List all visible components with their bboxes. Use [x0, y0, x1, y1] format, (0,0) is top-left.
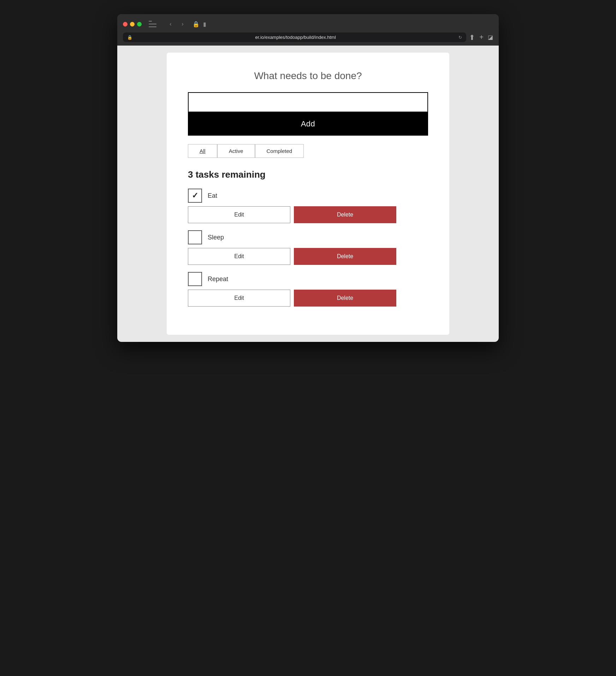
todo-label-repeat: Repeat — [208, 275, 228, 283]
filter-completed-button[interactable]: Completed — [255, 144, 304, 158]
todo-actions-repeat: Edit Delete — [188, 290, 428, 307]
sidebar-toggle[interactable] — [149, 21, 156, 27]
todo-label-sleep: Sleep — [208, 234, 224, 241]
filter-buttons: All Active Completed — [188, 144, 428, 158]
address-bar-row: 🔒 er.io/examples/todoapp/build/index.htm… — [123, 32, 493, 46]
todo-input[interactable] — [188, 92, 428, 112]
toolbar-actions: ⬆ + ◪ — [469, 33, 493, 42]
title-bar: ‹ › 🔒 ▮ — [123, 19, 493, 29]
todo-item: ✓ Eat Edit Delete — [188, 189, 428, 223]
todo-label-eat: Eat — [208, 192, 217, 200]
reload-icon[interactable]: ↻ — [458, 35, 462, 40]
filter-all-button[interactable]: All — [188, 144, 217, 158]
browser-window: ‹ › 🔒 ▮ 🔒 er.io/examples/todoapp/build/i… — [117, 14, 499, 342]
share-icon[interactable]: ⬆ — [469, 33, 475, 42]
maximize-button[interactable] — [137, 22, 142, 26]
todo-actions-sleep: Edit Delete — [188, 248, 428, 265]
todo-checkbox-repeat[interactable] — [188, 272, 202, 286]
shield-icon: ▮ — [203, 21, 206, 28]
address-bar[interactable]: 🔒 er.io/examples/todoapp/build/index.htm… — [123, 32, 466, 42]
minimize-button[interactable] — [130, 22, 135, 26]
add-button[interactable]: Add — [188, 112, 428, 136]
delete-button-eat[interactable]: Delete — [294, 206, 396, 223]
traffic-lights — [123, 22, 142, 26]
browser-content: What needs to be done? Add All Active Co… — [117, 46, 499, 342]
close-button[interactable] — [123, 22, 128, 26]
tabs-overview-icon[interactable]: ◪ — [488, 34, 493, 41]
todo-actions-eat: Edit Delete — [188, 206, 428, 223]
lock-security-icon: 🔒 — [192, 21, 200, 28]
todo-checkbox-eat[interactable]: ✓ — [188, 189, 202, 203]
delete-button-sleep[interactable]: Delete — [294, 248, 396, 265]
app-title: What needs to be done? — [188, 70, 428, 82]
edit-button-eat[interactable]: Edit — [188, 206, 290, 223]
new-tab-icon[interactable]: + — [479, 33, 484, 41]
todo-checkbox-sleep[interactable] — [188, 230, 202, 244]
app-container: What needs to be done? Add All Active Co… — [167, 53, 449, 335]
todo-row-eat: ✓ Eat — [188, 189, 428, 203]
delete-button-repeat[interactable]: Delete — [294, 290, 396, 307]
filter-active-button[interactable]: Active — [217, 144, 255, 158]
todo-row-sleep: Sleep — [188, 230, 428, 244]
edit-button-sleep[interactable]: Edit — [188, 248, 290, 265]
checkmark-icon: ✓ — [192, 191, 198, 200]
url-text: er.io/examples/todoapp/build/index.html — [135, 35, 456, 40]
forward-button[interactable]: › — [178, 19, 188, 29]
todo-item: Repeat Edit Delete — [188, 272, 428, 307]
tasks-remaining: 3 tasks remaining — [188, 169, 428, 180]
todo-item: Sleep Edit Delete — [188, 230, 428, 265]
address-lock-icon: 🔒 — [127, 35, 132, 40]
todo-row-repeat: Repeat — [188, 272, 428, 286]
browser-chrome: ‹ › 🔒 ▮ 🔒 er.io/examples/todoapp/build/i… — [117, 14, 499, 46]
nav-buttons: ‹ › — [166, 19, 188, 29]
back-button[interactable]: ‹ — [166, 19, 176, 29]
edit-button-repeat[interactable]: Edit — [188, 290, 290, 307]
